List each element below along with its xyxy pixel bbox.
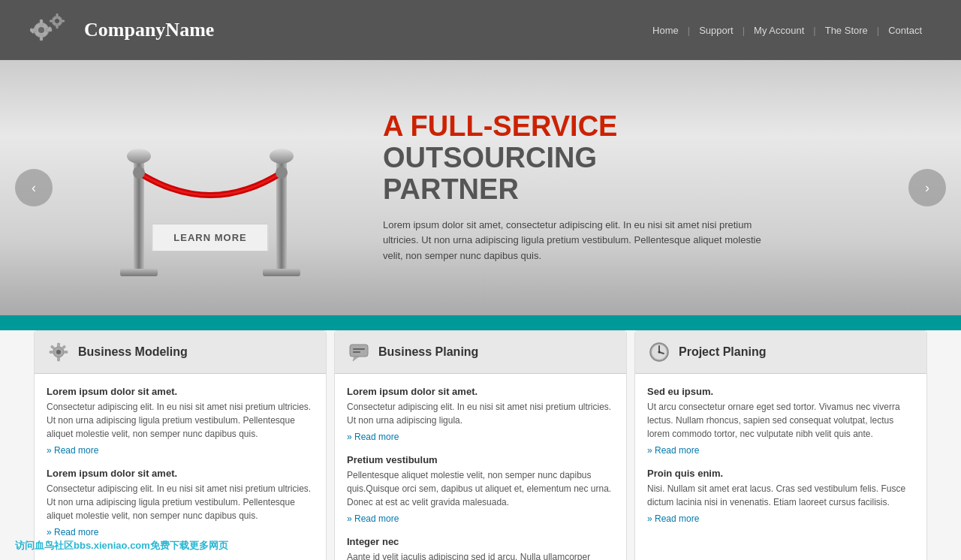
hero-section: ‹ — [0, 60, 961, 315]
nav-account[interactable]: My Account — [745, 25, 813, 36]
card-section: Lorem ipsum dolor sit amet. Consectetur … — [47, 386, 314, 456]
card-section-text: Consectetur adipiscing elit. In eu nisi … — [47, 482, 314, 522]
card-section-text: Aante id velit iaculis adipiscing sed id… — [347, 550, 614, 560]
card-section: Pretium vestibulum Pellentesque aliquet … — [347, 454, 614, 524]
hero-content: LEARN MORE A FULL-SERVICE OUTSOURCING PA… — [0, 60, 961, 315]
card-section-title: Proin quis enim. — [647, 468, 914, 479]
read-more-link[interactable]: Read more — [647, 513, 914, 524]
svg-point-21 — [276, 167, 288, 179]
card-section: Lorem ipsum dolor sit amet. Consectetur … — [47, 468, 314, 537]
svg-rect-25 — [58, 357, 60, 361]
gear-icon — [47, 340, 71, 364]
svg-point-38 — [658, 351, 661, 354]
read-more-link[interactable]: Read more — [47, 527, 314, 537]
card-section-text: Ut arcu consectetur ornare eget sed tort… — [647, 400, 914, 441]
logo-gear-icon — [30, 8, 75, 53]
card-section-text: Pellentesque aliquet molestie velit, non… — [347, 468, 614, 509]
slider-prev-button[interactable]: ‹ — [15, 169, 53, 206]
hero-heading: A FULL-SERVICE OUTSOURCING PARTNER — [383, 111, 893, 205]
read-more-link[interactable]: Read more — [347, 432, 614, 442]
chat-icon — [347, 340, 371, 364]
svg-rect-19 — [263, 269, 300, 276]
card-section-text: Nisi. Nullam sit amet erat lacus. Cras s… — [647, 482, 914, 509]
read-more-link[interactable]: Read more — [47, 445, 314, 456]
read-more-link[interactable]: Read more — [347, 513, 614, 524]
card-section: Sed eu ipsum. Ut arcu consectetur ornare… — [647, 386, 914, 456]
card-section-text: Consectetur adipiscing elit. In eu nisi … — [47, 400, 314, 441]
card-section: Integer nec Aante id velit iaculis adipi… — [347, 536, 614, 560]
svg-point-9 — [55, 19, 59, 23]
svg-point-20 — [133, 167, 145, 179]
read-more-link[interactable]: Read more — [647, 445, 914, 456]
svg-point-18 — [270, 149, 294, 164]
card-header-project-planing: Project Planing — [635, 331, 926, 374]
hero-title-line2: OUTSOURCING PARTNER — [383, 143, 893, 206]
card-section-text: Consectetur adipiscing elit. In eu nisi … — [347, 400, 614, 427]
svg-rect-2 — [40, 20, 43, 26]
svg-point-15 — [127, 149, 151, 164]
nav-support[interactable]: Support — [690, 25, 743, 36]
card-body-business-modeling: Lorem ipsum dolor sit amet. Consectetur … — [35, 374, 326, 560]
svg-rect-32 — [353, 348, 365, 350]
card-header-business-planing: Business Planing — [335, 331, 626, 374]
svg-rect-3 — [40, 35, 43, 41]
card-body-business-planing: Lorem ipsum dolor sit amet. Consectetur … — [335, 374, 626, 560]
cards-row: Business Modeling Lorem ipsum dolor sit … — [30, 330, 931, 560]
card-section-title: Integer nec — [347, 536, 614, 547]
card-body-project-planing: Sed eu ipsum. Ut arcu consectetur ornare… — [635, 374, 926, 548]
svg-rect-12 — [50, 20, 54, 23]
card-title-business-planing: Business Planing — [378, 345, 478, 359]
svg-rect-10 — [56, 14, 59, 18]
nav-contact[interactable]: Contact — [879, 25, 931, 36]
card-business-planing: Business Planing Lorem ipsum dolor sit a… — [334, 330, 627, 560]
svg-rect-29 — [61, 345, 65, 350]
header: CompanyName Home | Support | My Account … — [0, 0, 961, 60]
card-section-title: Sed eu ipsum. — [647, 386, 914, 397]
card-project-planing: Project Planing Sed eu ipsum. Ut arcu co… — [634, 330, 927, 560]
card-title-project-planing: Project Planing — [679, 345, 766, 359]
logo-area: CompanyName — [30, 8, 214, 53]
svg-point-23 — [56, 350, 61, 354]
nav-store[interactable]: The Store — [816, 25, 877, 36]
hero-description: Lorem ipsum dolor sit amet, consectetur … — [383, 218, 773, 264]
nav-home[interactable]: Home — [643, 25, 688, 36]
svg-rect-24 — [58, 343, 60, 348]
learn-more-button[interactable]: LEARN MORE — [152, 224, 268, 251]
svg-rect-11 — [56, 24, 59, 29]
card-section-title: Lorem ipsum dolor sit amet. — [47, 468, 314, 479]
hero-text-area: A FULL-SERVICE OUTSOURCING PARTNER Lorem… — [353, 111, 893, 264]
svg-marker-31 — [353, 357, 359, 361]
card-section-title: Lorem ipsum dolor sit amet. — [347, 386, 614, 397]
card-business-modeling: Business Modeling Lorem ipsum dolor sit … — [34, 330, 327, 560]
svg-point-1 — [38, 27, 44, 33]
clock-icon — [647, 340, 671, 364]
svg-rect-26 — [50, 351, 54, 354]
main-nav: Home | Support | My Account | The Store … — [643, 25, 931, 36]
hero-title-line1: A FULL-SERVICE — [383, 111, 893, 143]
cards-section: Business Modeling Lorem ipsum dolor sit … — [0, 330, 961, 560]
hero-image: LEARN MORE — [68, 83, 353, 293]
svg-rect-30 — [350, 345, 368, 357]
svg-rect-16 — [120, 269, 158, 276]
card-section: Proin quis enim. Nisi. Nullam sit amet e… — [647, 468, 914, 524]
velvet-rope-illustration — [68, 98, 353, 293]
card-header-business-modeling: Business Modeling — [35, 331, 326, 374]
svg-rect-28 — [50, 345, 55, 350]
svg-rect-13 — [60, 20, 65, 23]
slider-next-button[interactable]: › — [908, 169, 946, 206]
card-section: Lorem ipsum dolor sit amet. Consectetur … — [347, 386, 614, 442]
card-section-title: Lorem ipsum dolor sit amet. — [47, 386, 314, 397]
card-section-title: Pretium vestibulum — [347, 454, 614, 465]
svg-rect-27 — [63, 351, 68, 354]
svg-rect-33 — [353, 351, 360, 353]
card-title-business-modeling: Business Modeling — [78, 345, 188, 359]
logo-text: CompanyName — [84, 19, 214, 41]
